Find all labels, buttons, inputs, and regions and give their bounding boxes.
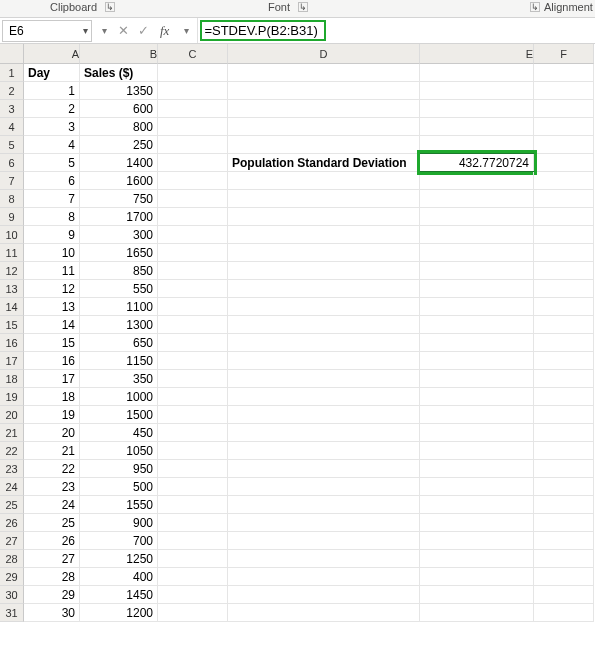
cell[interactable] bbox=[534, 262, 594, 280]
cell[interactable] bbox=[228, 406, 420, 424]
row-header[interactable]: 7 bbox=[0, 172, 24, 190]
row-header[interactable]: 2 bbox=[0, 82, 24, 100]
cell[interactable] bbox=[228, 478, 420, 496]
cell[interactable] bbox=[228, 226, 420, 244]
cell[interactable]: 1050 bbox=[80, 442, 158, 460]
row-header[interactable]: 1 bbox=[0, 64, 24, 82]
cell[interactable]: 550 bbox=[80, 280, 158, 298]
row-header[interactable]: 14 bbox=[0, 298, 24, 316]
cell[interactable]: 12 bbox=[24, 280, 80, 298]
row-header[interactable]: 30 bbox=[0, 586, 24, 604]
cell[interactable] bbox=[534, 352, 594, 370]
row-header[interactable]: 24 bbox=[0, 478, 24, 496]
cell[interactable]: 1250 bbox=[80, 550, 158, 568]
row-header[interactable]: 28 bbox=[0, 550, 24, 568]
cell[interactable] bbox=[228, 82, 420, 100]
cell[interactable] bbox=[420, 352, 534, 370]
cell[interactable]: 16 bbox=[24, 352, 80, 370]
cell[interactable] bbox=[534, 208, 594, 226]
cell[interactable] bbox=[158, 514, 228, 532]
cell[interactable]: 1650 bbox=[80, 244, 158, 262]
cell[interactable] bbox=[158, 298, 228, 316]
cell[interactable] bbox=[158, 136, 228, 154]
cell[interactable] bbox=[228, 298, 420, 316]
col-header-B[interactable]: B bbox=[80, 44, 158, 64]
row-header[interactable]: 19 bbox=[0, 388, 24, 406]
cell[interactable]: 13 bbox=[24, 298, 80, 316]
cell[interactable] bbox=[158, 316, 228, 334]
cell[interactable] bbox=[158, 334, 228, 352]
cell[interactable] bbox=[534, 64, 594, 82]
cell[interactable]: 24 bbox=[24, 496, 80, 514]
cell[interactable] bbox=[228, 262, 420, 280]
cell[interactable]: 30 bbox=[24, 604, 80, 622]
cell[interactable] bbox=[158, 586, 228, 604]
cell[interactable]: 11 bbox=[24, 262, 80, 280]
dialog-launcher-icon[interactable]: ↳ bbox=[298, 2, 308, 12]
cell[interactable] bbox=[534, 424, 594, 442]
cell[interactable]: 500 bbox=[80, 478, 158, 496]
cell[interactable] bbox=[158, 352, 228, 370]
cell[interactable]: 600 bbox=[80, 100, 158, 118]
cell[interactable] bbox=[228, 442, 420, 460]
cell[interactable] bbox=[420, 478, 534, 496]
cell[interactable] bbox=[534, 604, 594, 622]
cell[interactable] bbox=[420, 442, 534, 460]
cell[interactable]: 300 bbox=[80, 226, 158, 244]
cell[interactable] bbox=[534, 226, 594, 244]
cell[interactable]: 900 bbox=[80, 514, 158, 532]
cell[interactable] bbox=[228, 280, 420, 298]
cell[interactable] bbox=[420, 550, 534, 568]
name-box[interactable]: E6 ▾ bbox=[2, 20, 92, 42]
cell[interactable] bbox=[228, 496, 420, 514]
cell[interactable]: 850 bbox=[80, 262, 158, 280]
cell[interactable] bbox=[158, 604, 228, 622]
cell[interactable] bbox=[420, 568, 534, 586]
cell[interactable] bbox=[420, 208, 534, 226]
cell[interactable]: 17 bbox=[24, 370, 80, 388]
cell[interactable] bbox=[228, 586, 420, 604]
chevron-down-icon[interactable]: ▾ bbox=[83, 25, 88, 36]
col-header-F[interactable]: F bbox=[534, 44, 594, 64]
cell[interactable]: 23 bbox=[24, 478, 80, 496]
cell[interactable]: 1300 bbox=[80, 316, 158, 334]
select-all-corner[interactable] bbox=[0, 44, 24, 64]
cell[interactable]: 1100 bbox=[80, 298, 158, 316]
cell[interactable] bbox=[158, 82, 228, 100]
cell[interactable] bbox=[228, 424, 420, 442]
row-header[interactable]: 4 bbox=[0, 118, 24, 136]
row-header[interactable]: 15 bbox=[0, 316, 24, 334]
cell[interactable] bbox=[158, 406, 228, 424]
cell[interactable] bbox=[534, 298, 594, 316]
cell[interactable]: 1000 bbox=[80, 388, 158, 406]
enter-icon[interactable]: ✓ bbox=[134, 22, 152, 40]
cell[interactable] bbox=[420, 244, 534, 262]
cell[interactable] bbox=[420, 460, 534, 478]
cell[interactable]: 18 bbox=[24, 388, 80, 406]
cell[interactable] bbox=[534, 370, 594, 388]
cell[interactable] bbox=[534, 460, 594, 478]
cell[interactable]: 9 bbox=[24, 226, 80, 244]
row-header[interactable]: 26 bbox=[0, 514, 24, 532]
cell[interactable] bbox=[420, 406, 534, 424]
row-header[interactable]: 10 bbox=[0, 226, 24, 244]
cell[interactable] bbox=[534, 388, 594, 406]
cell[interactable] bbox=[420, 298, 534, 316]
cell[interactable] bbox=[158, 388, 228, 406]
cell[interactable] bbox=[420, 334, 534, 352]
col-header-D[interactable]: D bbox=[228, 44, 420, 64]
cell[interactable] bbox=[228, 172, 420, 190]
cell[interactable] bbox=[228, 514, 420, 532]
cell[interactable] bbox=[534, 118, 594, 136]
cell[interactable]: 7 bbox=[24, 190, 80, 208]
cell[interactable] bbox=[534, 334, 594, 352]
cell[interactable] bbox=[534, 244, 594, 262]
cell[interactable] bbox=[420, 280, 534, 298]
cell[interactable] bbox=[420, 262, 534, 280]
cell[interactable]: 5 bbox=[24, 154, 80, 172]
cell[interactable] bbox=[534, 550, 594, 568]
cell[interactable]: 15 bbox=[24, 334, 80, 352]
cell[interactable] bbox=[534, 514, 594, 532]
cell[interactable] bbox=[158, 424, 228, 442]
cell[interactable]: 1500 bbox=[80, 406, 158, 424]
